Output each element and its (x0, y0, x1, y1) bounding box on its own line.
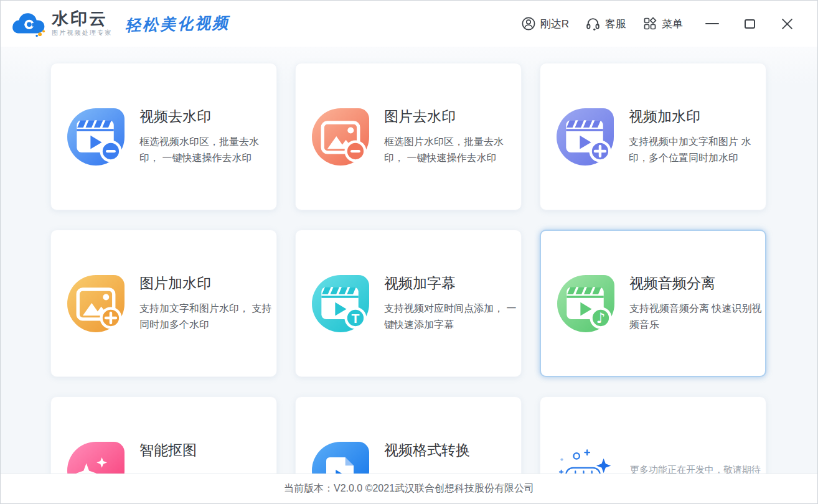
coming-soon-illustration (557, 444, 621, 474)
card-description: 框选视频水印区，批量去水印， 一键快速操作去水印 (139, 134, 275, 166)
card-title: 智能抠图 (139, 441, 276, 459)
card-description: 支持加文字和图片水印， 支持同时加多个水印 (139, 301, 275, 333)
image-add-watermark-icon (67, 275, 125, 332)
app-logo: 水印云 图片视频处理专家 (11, 9, 113, 38)
image-remove-watermark-icon (312, 108, 369, 166)
user-icon (521, 16, 536, 31)
coming-soon-text: 更多功能正在开发中，敬请期待 (630, 464, 762, 474)
minus-badge (350, 149, 360, 152)
maximize-icon (745, 19, 755, 29)
card-video-audio-split[interactable]: ♪ 视频音频分离 支持视频音频分离 快速识别视频音乐 (540, 230, 766, 377)
card-video-add-watermark[interactable]: 视频加水印 支持视频中加文字和图片 水印，多个位置同时加水印 (540, 63, 766, 210)
card-title: 视频加字幕 (384, 274, 521, 292)
title-bar: 水印云 图片视频处理专家 轻松美化视频 刚达R 客服 菜单 (1, 1, 817, 47)
menu-label: 菜单 (662, 17, 683, 31)
headset-icon (585, 16, 601, 32)
card-description: 框选图片水印区，批量去水印， 一键快速操作去水印 (384, 134, 520, 166)
card-video-add-subtitle[interactable]: T 视频加字幕 支持视频对应时间点添加， 一键快速添加字幕 (295, 230, 522, 377)
video-audio-split-icon: ♪ (557, 275, 614, 332)
card-description (139, 467, 275, 474)
card-title: 视频音频分离 (629, 274, 765, 292)
minimize-button[interactable] (704, 16, 720, 32)
card-title: 图片去水印 (384, 107, 521, 126)
video-format-convert-icon (312, 442, 369, 474)
maximize-button[interactable] (741, 16, 758, 32)
card-description: 支持视频中加文字和图片 水印，多个位置同时加水印 (629, 134, 764, 166)
slogan: 轻松美化视频 (125, 12, 230, 35)
card-image-remove-watermark[interactable]: 图片去水印 框选图片水印区，批量去水印， 一键快速操作去水印 (295, 63, 522, 210)
card-title: 视频去水印 (139, 107, 276, 126)
feature-grid: 视频去水印 框选视频水印区，批量去水印， 一键快速操作去水印 (1, 47, 817, 474)
text-badge: T (352, 310, 360, 325)
card-image-add-watermark[interactable]: 图片加水印 支持加文字和图片水印， 支持同时加多个水印 (50, 230, 277, 377)
smart-cutout-icon (67, 442, 125, 474)
customer-service-label: 客服 (605, 17, 626, 31)
version-text: 当前版本：V2.0.0 ©2021武汉联合创想科技股份有限公司 (284, 482, 534, 495)
video-remove-watermark-icon (67, 108, 125, 166)
user-name: 刚达R (540, 17, 569, 31)
music-note-badge: ♪ (596, 310, 606, 326)
card-video-format-convert[interactable]: 视频格式转换 (295, 396, 522, 474)
feature-grid-area: 视频去水印 框选视频水印区，批量去水印， 一键快速操作去水印 (1, 47, 817, 474)
cloud-logo-icon (11, 9, 47, 38)
menu-grid-icon (642, 16, 657, 31)
app-subtitle: 图片视频处理专家 (52, 29, 113, 37)
card-title: 图片加水印 (139, 274, 276, 292)
video-add-subtitle-icon: T (312, 275, 369, 332)
card-title: 视频格式转换 (384, 441, 521, 459)
card-description: 支持视频音频分离 快速识别视频音乐 (629, 301, 765, 333)
app-title: 水印云 (52, 10, 113, 27)
card-description: 支持视频对应时间点添加， 一键快速添加字幕 (384, 301, 520, 333)
card-smart-cutout[interactable]: 智能抠图 (50, 396, 277, 474)
minimize-icon (705, 23, 719, 25)
video-add-watermark-icon (557, 108, 614, 166)
card-coming-soon[interactable]: 更多功能正在开发中，敬请期待 (540, 396, 766, 474)
card-title: 视频加水印 (629, 107, 766, 126)
customer-service-button[interactable]: 客服 (585, 16, 626, 32)
status-bar: 当前版本：V2.0.0 ©2021武汉联合创想科技股份有限公司 (1, 474, 817, 503)
close-button[interactable] (779, 16, 795, 32)
card-description (384, 467, 520, 474)
minus-badge (106, 149, 116, 152)
close-icon (781, 17, 794, 30)
menu-button[interactable]: 菜单 (642, 16, 683, 31)
card-video-remove-watermark[interactable]: 视频去水印 框选视频水印区，批量去水印， 一键快速操作去水印 (50, 63, 277, 210)
user-account-button[interactable]: 刚达R (521, 16, 569, 31)
